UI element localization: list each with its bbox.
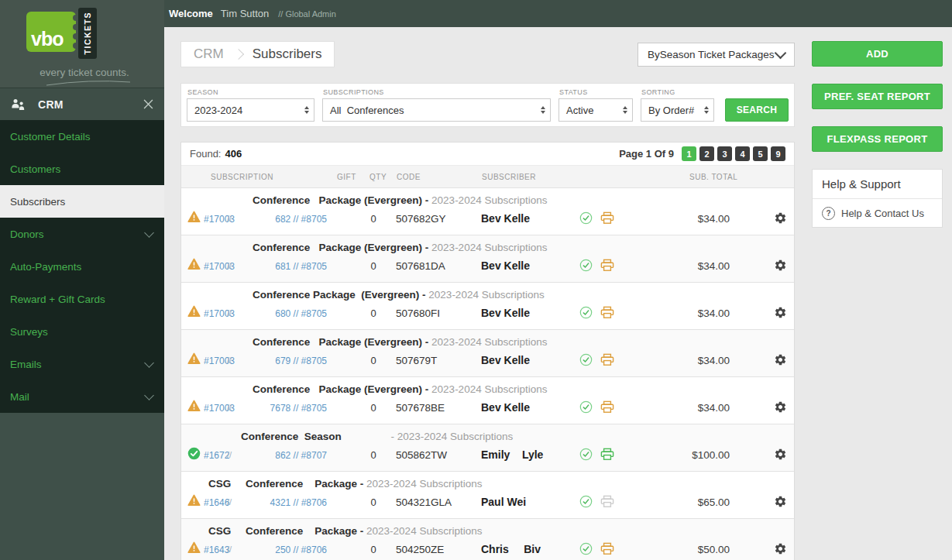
order-link[interactable]: #1646 — [204, 497, 229, 508]
view-type-select[interactable]: BySeason Ticket Packages — [638, 43, 795, 67]
sidebar-item-mail[interactable]: Mail — [0, 380, 164, 413]
subscription-title-package: Conference Package (Evergreen) - — [253, 383, 431, 395]
printer-icon[interactable] — [600, 259, 614, 272]
check-circle-icon — [579, 211, 593, 225]
subtotal-value: $34.00 — [634, 402, 730, 414]
found-label: Found: — [190, 148, 221, 160]
sidebar: vbo TICKETS every ticket counts. CRM — [0, 0, 164, 560]
user-name[interactable]: Tim Sutton — [221, 8, 269, 19]
sidebar-item-customer-details[interactable]: Customer Details — [0, 120, 164, 153]
subscription-link[interactable]: 679 // #8705 — [254, 356, 327, 366]
page-button-4[interactable]: 4 — [735, 146, 750, 161]
printer-icon[interactable] — [600, 211, 614, 225]
sidebar-item-label: Mail — [10, 391, 146, 403]
subscription-title-season: 2023-2024 Subscriptions — [431, 242, 547, 253]
pagination: 123459 — [679, 146, 785, 161]
sidebar-item-label: Subscribers — [10, 196, 153, 208]
season-select[interactable]: 2023-2024 — [187, 98, 314, 122]
order-link[interactable]: #1643 — [204, 545, 229, 555]
printer-icon[interactable] — [600, 495, 614, 508]
add-button[interactable]: ADD — [812, 41, 943, 67]
subscription-title: Conference Package (Evergreen) - 2023-20… — [181, 377, 794, 396]
chevron-down-icon — [144, 358, 154, 368]
search-button[interactable]: SEARCH — [725, 98, 789, 122]
check-circle-icon — [579, 259, 593, 272]
subscription-title: Conference Season - 2023-2024 Subscripti… — [181, 424, 794, 443]
sidebar-item-emails[interactable]: Emails — [0, 348, 164, 380]
qty-value: 0 — [366, 544, 381, 555]
page-button-1[interactable]: 1 — [682, 146, 696, 161]
subscription-link[interactable]: 4321 // #8706 — [254, 497, 327, 508]
gear-icon[interactable] — [774, 306, 787, 319]
help-panel: Help & Support ? Help & Contact Us — [812, 169, 943, 228]
gear-icon[interactable] — [774, 495, 787, 508]
gear-icon[interactable] — [774, 542, 787, 555]
sidebar-item-surveys[interactable]: Surveys — [0, 315, 164, 348]
page-button-9[interactable]: 9 — [771, 146, 785, 161]
table-row: CSG Conference Package - 2023-2024 Subsc… — [181, 472, 794, 519]
subscriptions-select[interactable]: All Conferences — [322, 98, 551, 122]
order-link[interactable]: #1672 — [204, 450, 229, 461]
results-panel: Found: 406 Page 1 Of 9 123459 SUBSCRIPTI… — [180, 142, 795, 560]
sidebar-item-donors[interactable]: Donors — [0, 218, 164, 250]
status-label: STATUS — [559, 88, 633, 96]
subscriber-name: Bev Kelle — [481, 307, 530, 319]
sidebar-item-label: Auto-Payments — [10, 261, 153, 273]
code-value: 504321GLA — [396, 496, 452, 508]
status-select[interactable]: Active — [558, 98, 633, 122]
pref-seat-report-button[interactable]: PREF. SEAT REPORT — [812, 84, 943, 109]
sidebar-filler — [0, 413, 164, 560]
subscription-link[interactable]: 681 // #8705 — [254, 261, 327, 272]
close-icon[interactable] — [143, 99, 153, 109]
gear-icon[interactable] — [774, 211, 787, 225]
subscription-row: #17003//682 // #87050507682GYBev Kelle $… — [181, 207, 794, 233]
page-button-3[interactable]: 3 — [717, 146, 732, 161]
subscription-link[interactable]: 682 // #8705 — [254, 214, 327, 225]
qty-value: 0 — [366, 402, 381, 414]
brand-tagline: every ticket counts. — [20, 67, 149, 78]
sidebar-item-subscribers[interactable]: Subscribers — [0, 185, 164, 218]
breadcrumb-parent[interactable]: CRM — [194, 46, 224, 62]
subscription-link[interactable]: 680 // #8705 — [254, 308, 327, 319]
page-title: Subscribers — [253, 46, 322, 62]
printer-icon[interactable] — [600, 353, 614, 366]
subscription-title-package: CSG Conference Package - — [208, 478, 366, 490]
subtotal-value: $100.00 — [634, 449, 730, 461]
sidebar-item-reward-gift-cards[interactable]: Reward + Gift Cards — [0, 283, 164, 315]
chevron-down-icon — [775, 46, 787, 59]
printer-icon[interactable] — [600, 400, 614, 414]
subscription-link[interactable]: 250 // #8706 — [254, 545, 327, 555]
subscription-row: #17003//679 // #87050507679TBev Kelle $3… — [181, 349, 794, 375]
subscription-title-package: Conference Season — [241, 431, 342, 442]
printer-icon[interactable] — [600, 542, 614, 555]
sidebar-item-customers[interactable]: Customers — [0, 153, 164, 185]
subtotal-value: $34.00 — [634, 355, 730, 366]
printer-icon[interactable] — [600, 448, 614, 461]
help-link-label: Help & Contact Us — [841, 208, 924, 219]
sidebar-item-auto-payments[interactable]: Auto-Payments — [0, 250, 164, 283]
flexpass-report-button[interactable]: FLEXPASS REPORT — [812, 126, 943, 152]
sorting-select[interactable]: By Order# — [641, 98, 714, 122]
subscriber-name: Paul Wei — [481, 496, 526, 508]
select-spinner-icon — [304, 106, 309, 114]
gear-icon[interactable] — [774, 259, 787, 272]
subscription-title-package: Conference Package (Evergreen) - — [253, 194, 431, 206]
subscription-row: #17003//680 // #87050507680FIBev Kelle $… — [181, 301, 794, 328]
column-subscription: SUBSCRIPTION — [211, 173, 273, 181]
printer-icon[interactable] — [600, 306, 614, 319]
page-button-2[interactable]: 2 — [699, 146, 714, 161]
subscriber-name: Chris Biv — [481, 543, 541, 555]
gear-icon[interactable] — [774, 448, 787, 461]
help-contact-link[interactable]: ? Help & Contact Us — [813, 199, 942, 227]
gear-icon[interactable] — [774, 353, 787, 366]
code-value: 507681DA — [396, 260, 445, 272]
subscription-link[interactable]: 862 // #8707 — [254, 450, 327, 461]
page-button-5[interactable]: 5 — [753, 146, 768, 161]
warning-icon — [187, 541, 201, 554]
check-circle-icon — [579, 353, 593, 366]
subscription-title-season: 2023-2024 Subscriptions — [431, 194, 547, 206]
subscription-title: Conference Package (Evergreen) - 2023-20… — [181, 235, 794, 254]
subscription-link[interactable]: 7678 // #8705 — [254, 403, 327, 414]
qty-value: 0 — [366, 213, 381, 225]
gear-icon[interactable] — [774, 400, 787, 414]
